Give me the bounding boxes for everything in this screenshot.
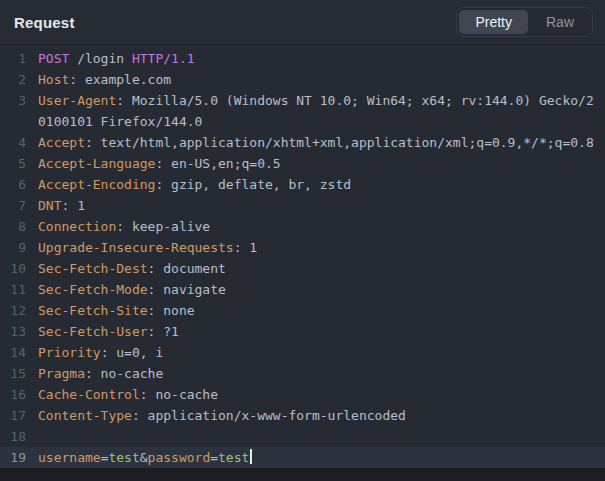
line-number: 9 — [0, 237, 26, 258]
token-plain: : example.com — [69, 72, 171, 87]
line-content: Priority: u=0, i — [38, 342, 596, 363]
line-content: Sec-Fetch-Dest: document — [38, 258, 596, 279]
line-content: Sec-Fetch-Site: none — [38, 300, 596, 321]
line-number: 6 — [0, 174, 26, 195]
line-content: Upgrade-Insecure-Requests: 1 — [38, 237, 596, 258]
token-plain: : 1 — [61, 198, 84, 213]
token-hname: Priority — [38, 345, 101, 360]
code-line[interactable]: 15Pragma: no-cache — [0, 363, 605, 384]
token-hname: Accept-Language — [38, 156, 155, 171]
code-line[interactable]: 10Sec-Fetch-Dest: document — [0, 258, 605, 279]
view-toggle: PrettyRaw — [456, 7, 593, 37]
code-line[interactable]: 2Host: example.com — [0, 69, 605, 90]
code-line[interactable]: 19username=test&password=test — [0, 447, 605, 468]
line-content: username=test&password=test — [38, 447, 596, 468]
code-line[interactable]: 13Sec-Fetch-User: ?1 — [0, 321, 605, 342]
line-content: Sec-Fetch-User: ?1 — [38, 321, 596, 342]
token-hname: Sec-Fetch-Dest — [38, 261, 148, 276]
token-hname: Host — [38, 72, 69, 87]
token-value: test — [218, 450, 249, 465]
token-plain: : en-US,en;q=0.5 — [155, 156, 280, 171]
line-content: Cache-Control: no-cache — [38, 384, 596, 405]
token-plain: : application/x-www-form-urlencoded — [132, 408, 406, 423]
line-content: POST /login HTTP/1.1 — [38, 48, 596, 69]
line-number: 18 — [0, 426, 26, 447]
token-plain: = — [210, 450, 218, 465]
request-editor[interactable]: 1POST /login HTTP/1.12Host: example.com3… — [0, 45, 605, 468]
token-hname: Sec-Fetch-Mode — [38, 282, 148, 297]
line-number: 5 — [0, 153, 26, 174]
text-cursor — [250, 449, 252, 464]
view-tab-raw[interactable]: Raw — [530, 10, 590, 34]
line-content: Host: example.com — [38, 69, 596, 90]
line-content — [38, 426, 596, 447]
code-line[interactable]: 8Connection: keep-alive — [0, 216, 605, 237]
token-hname: Sec-Fetch-Site — [38, 303, 148, 318]
token-plain: : gzip, deflate, br, zstd — [155, 177, 351, 192]
code-line[interactable]: 18 — [0, 426, 605, 447]
token-plain: : ?1 — [148, 324, 179, 339]
token-plain: : no-cache — [85, 366, 163, 381]
code-line[interactable]: 16Cache-Control: no-cache — [0, 384, 605, 405]
line-number: 17 — [0, 405, 26, 426]
token-hname: Pragma — [38, 366, 85, 381]
line-number: 10 — [0, 258, 26, 279]
token-hname: Cache-Control — [38, 387, 140, 402]
view-tab-pretty[interactable]: Pretty — [459, 10, 528, 34]
line-number: 14 — [0, 342, 26, 363]
token-plain: : keep-alive — [116, 219, 210, 234]
panel-title: Request — [14, 14, 75, 31]
token-hname: Connection — [38, 219, 116, 234]
line-content: Accept: text/html,application/xhtml+xml,… — [38, 132, 596, 153]
line-content: User-Agent: Mozilla/5.0 (Windows NT 10.0… — [38, 90, 596, 132]
line-content: Accept-Encoding: gzip, deflate, br, zstd — [38, 174, 596, 195]
token-hname: Sec-Fetch-User — [38, 324, 148, 339]
line-content: Content-Type: application/x-www-form-url… — [38, 405, 596, 426]
code-line[interactable]: 5Accept-Language: en-US,en;q=0.5 — [0, 153, 605, 174]
line-content: Pragma: no-cache — [38, 363, 596, 384]
token-hname: Accept-Encoding — [38, 177, 155, 192]
token-method: POST — [38, 51, 69, 66]
line-number: 16 — [0, 384, 26, 405]
code-line[interactable]: 1POST /login HTTP/1.1 — [0, 48, 605, 69]
code-line[interactable]: 11Sec-Fetch-Mode: navigate — [0, 279, 605, 300]
token-plain: /login — [69, 51, 132, 66]
line-number: 1 — [0, 48, 26, 69]
line-number: 7 — [0, 195, 26, 216]
token-plain: : u=0, i — [101, 345, 164, 360]
code-line[interactable]: 3User-Agent: Mozilla/5.0 (Windows NT 10.… — [0, 90, 605, 132]
scrollbar-track[interactable] — [0, 468, 605, 481]
token-value: test — [108, 450, 139, 465]
token-hname: User-Agent — [38, 93, 116, 108]
line-number: 2 — [0, 69, 26, 90]
token-plain: : none — [148, 303, 195, 318]
code-line[interactable]: 4Accept: text/html,application/xhtml+xml… — [0, 132, 605, 153]
token-hname: password — [148, 450, 211, 465]
token-plain: : navigate — [148, 282, 226, 297]
code-line[interactable]: 7DNT: 1 — [0, 195, 605, 216]
token-hname: Content-Type — [38, 408, 132, 423]
line-content: Sec-Fetch-Mode: navigate — [38, 279, 596, 300]
line-number: 11 — [0, 279, 26, 300]
line-number: 13 — [0, 321, 26, 342]
code-line[interactable]: 9Upgrade-Insecure-Requests: 1 — [0, 237, 605, 258]
token-hname: username — [38, 450, 101, 465]
code-line[interactable]: 6Accept-Encoding: gzip, deflate, br, zst… — [0, 174, 605, 195]
token-method: HTTP/1.1 — [132, 51, 195, 66]
code-line[interactable]: 12Sec-Fetch-Site: none — [0, 300, 605, 321]
token-plain: : 1 — [234, 240, 257, 255]
token-plain: : text/html,application/xhtml+xml,applic… — [85, 135, 594, 150]
code-line[interactable]: 17Content-Type: application/x-www-form-u… — [0, 405, 605, 426]
line-number: 8 — [0, 216, 26, 237]
token-hname: Upgrade-Insecure-Requests — [38, 240, 234, 255]
line-content: Accept-Language: en-US,en;q=0.5 — [38, 153, 596, 174]
line-content: Connection: keep-alive — [38, 216, 596, 237]
line-number: 15 — [0, 363, 26, 384]
line-number: 4 — [0, 132, 26, 153]
code-line[interactable]: 14Priority: u=0, i — [0, 342, 605, 363]
token-hname: Accept — [38, 135, 85, 150]
token-plain: : document — [148, 261, 226, 276]
token-hname: DNT — [38, 198, 61, 213]
line-number: 12 — [0, 300, 26, 321]
request-panel: Request PrettyRaw 1POST /login HTTP/1.12… — [0, 0, 605, 481]
